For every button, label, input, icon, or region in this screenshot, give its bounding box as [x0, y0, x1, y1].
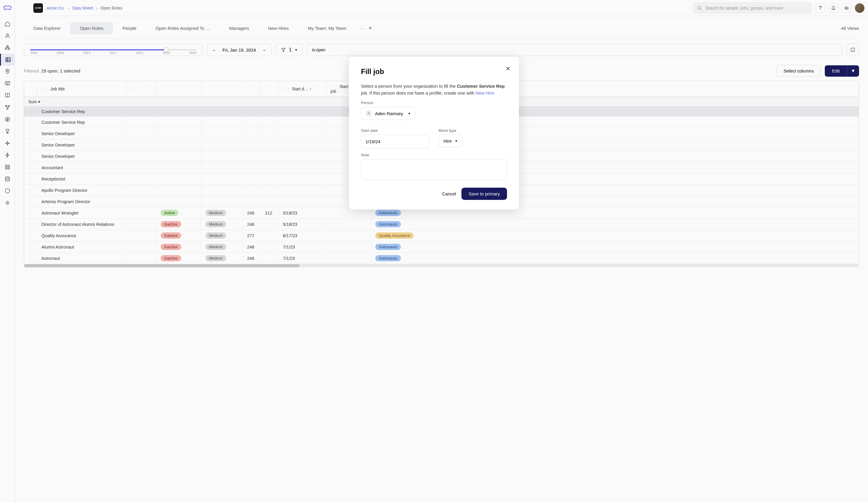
note-input[interactable] — [361, 159, 507, 180]
move-type-label: Move type — [438, 128, 507, 133]
start-date-label: Start date — [361, 128, 430, 133]
chevron-down-icon: ▼ — [408, 112, 411, 115]
note-label: Note — [361, 153, 507, 157]
person-name: Aden Ramsey — [375, 111, 403, 116]
fill-job-modal: ✕ Fill job Select a person from your org… — [349, 57, 519, 209]
start-date-input[interactable] — [361, 134, 430, 149]
save-button[interactable]: Save to primary — [462, 188, 507, 200]
svg-point-20 — [368, 112, 369, 113]
person-label: Person — [361, 101, 507, 105]
person-select[interactable]: Aden Ramsey ▼ — [361, 107, 415, 120]
person-avatar-icon — [365, 110, 372, 117]
close-icon[interactable]: ✕ — [506, 65, 510, 72]
new-hire-link[interactable]: New Hire — [475, 90, 494, 95]
cancel-button[interactable]: Cancel — [442, 191, 456, 196]
move-type-select[interactable]: Hire ▼ — [438, 134, 463, 147]
chevron-down-icon: ▼ — [455, 139, 458, 143]
modal-title: Fill job — [361, 68, 507, 76]
modal-intro: Select a person from your organization t… — [361, 83, 507, 97]
modal-overlay: ✕ Fill job Select a person from your org… — [0, 0, 868, 503]
